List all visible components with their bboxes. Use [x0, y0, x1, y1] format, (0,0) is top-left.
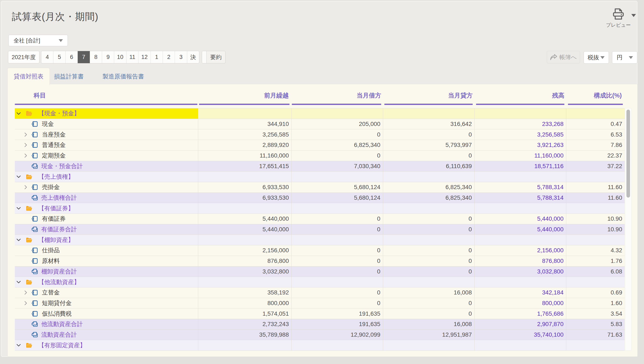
chevron-down-icon[interactable]: [16, 207, 21, 210]
column-header-ratio[interactable]: 構成比(%): [568, 92, 622, 99]
tab-manufacturing-cost[interactable]: 製造原価報告書: [92, 68, 155, 85]
balance-cell[interactable]: 2,156,000: [474, 245, 566, 256]
summary-toggle-button[interactable]: 要約: [202, 51, 226, 63]
balance-cell[interactable]: 876,800: [474, 256, 566, 266]
account-label[interactable]: 棚卸資産合計: [41, 268, 77, 276]
ratio-cell: [566, 235, 625, 245]
tab-profit-loss[interactable]: 損益計算書: [44, 68, 94, 85]
scrollbar-thumb[interactable]: [626, 110, 630, 198]
unit-value: 円: [617, 54, 622, 61]
chevron-right-icon[interactable]: [24, 132, 27, 137]
month-button-12[interactable]: 12: [138, 51, 150, 63]
tax-mode-select[interactable]: 税抜: [584, 51, 609, 64]
chevron-right-icon[interactable]: [24, 153, 27, 158]
account-label[interactable]: 【他流動資産】: [38, 278, 80, 286]
account-label[interactable]: 【有形固定資産】: [38, 341, 86, 349]
account-cell[interactable]: 【有形固定資産】: [15, 340, 198, 350]
account-cell[interactable]: 有価証券: [15, 214, 198, 224]
balance-cell[interactable]: 800,000: [474, 298, 566, 308]
account-cell[interactable]: 流動資産合計: [15, 330, 198, 340]
account-label[interactable]: 有価証券合計: [41, 225, 77, 233]
month-button-1[interactable]: 1: [150, 51, 163, 63]
account-cell[interactable]: 立替金: [15, 287, 198, 298]
month-button-9[interactable]: 9: [102, 51, 114, 63]
account-cell[interactable]: 【売上債権】: [15, 171, 198, 182]
balance-cell[interactable]: 5,440,000: [474, 224, 566, 235]
account-cell[interactable]: 定期預金: [15, 150, 198, 161]
column-header-balance[interactable]: 残高: [476, 92, 564, 99]
print-preview-button[interactable]: プレビュー: [604, 8, 633, 28]
account-cell[interactable]: 原材料: [15, 256, 198, 266]
chevron-right-icon[interactable]: [24, 185, 27, 189]
account-cell[interactable]: 【有価証券】: [15, 203, 198, 214]
balance-cell[interactable]: 233,268: [474, 119, 566, 129]
account-cell[interactable]: 現金: [15, 119, 198, 129]
tab-balance-sheet[interactable]: 貸借対照表: [8, 68, 50, 85]
chevron-right-icon[interactable]: [24, 290, 27, 295]
balance-cell[interactable]: 18,571,116: [474, 161, 566, 171]
table-row: 短期貸付金800,00000800,0001.60: [15, 298, 625, 309]
balance-cell[interactable]: 342,184: [474, 287, 566, 298]
balance-cell[interactable]: 35,740,100: [474, 330, 566, 340]
company-select[interactable]: 全社 [合計]: [8, 35, 68, 46]
account-cell[interactable]: 他流動資産合計: [15, 319, 198, 329]
account-cell[interactable]: 仕掛品: [15, 245, 198, 256]
account-label[interactable]: 【棚卸資産】: [38, 236, 74, 244]
account-label[interactable]: 他流動資産合計: [41, 320, 83, 328]
account-cell[interactable]: 【現金・預金】: [15, 108, 198, 119]
month-button-3[interactable]: 3: [175, 51, 187, 63]
account-label[interactable]: 売上債権合計: [41, 194, 77, 202]
chevron-down-icon[interactable]: [16, 239, 21, 241]
balance-cell[interactable]: 3,921,263: [474, 140, 566, 150]
balance-cell[interactable]: 11,160,000: [474, 150, 566, 161]
balance-cell[interactable]: 5,440,000: [474, 214, 566, 224]
account-cell[interactable]: 【他流動資産】: [15, 277, 198, 287]
account-cell[interactable]: 短期貸付金: [15, 298, 198, 308]
month-button-11[interactable]: 11: [126, 51, 138, 63]
account-cell[interactable]: 現金・預金合計: [15, 161, 198, 171]
chevron-right-icon[interactable]: [24, 301, 27, 305]
account-label[interactable]: 現金・預金合計: [41, 162, 83, 170]
month-button-10[interactable]: 10: [114, 51, 126, 63]
account-label[interactable]: 流動資産合計: [41, 331, 77, 339]
chevron-down-icon[interactable]: [16, 344, 21, 347]
account-cell[interactable]: 普通預金: [15, 140, 198, 150]
balance-cell[interactable]: 3,256,585: [474, 129, 566, 140]
account-cell[interactable]: 有価証券合計: [15, 224, 198, 235]
account-cell[interactable]: 棚卸資産合計: [15, 266, 198, 277]
balance-cell[interactable]: 2,907,870: [474, 319, 566, 329]
unit-select[interactable]: 円: [612, 51, 637, 64]
balance-cell[interactable]: 5,788,314: [474, 193, 566, 203]
prev-carryover-cell: 6,933,530: [198, 182, 292, 193]
to-ledger-button[interactable]: 帳簿へ: [547, 51, 580, 63]
account-cell[interactable]: 当座預金: [15, 129, 198, 140]
chevron-down-icon[interactable]: [16, 175, 21, 178]
column-header-month-debit[interactable]: 当月借方: [292, 92, 381, 99]
account-cell[interactable]: 仮払消費税: [15, 308, 198, 319]
month-button-4[interactable]: 4: [41, 51, 53, 63]
chevron-right-icon[interactable]: [24, 143, 27, 147]
month-button-6[interactable]: 6: [66, 51, 78, 63]
print-menu-caret-icon[interactable]: [631, 14, 636, 17]
chevron-down-icon[interactable]: [16, 112, 21, 115]
account-cell[interactable]: 売掛金: [15, 182, 198, 193]
balance-cell[interactable]: 1,765,686: [474, 308, 566, 319]
month-button-2[interactable]: 2: [163, 51, 175, 63]
vertical-scrollbar[interactable]: [625, 108, 632, 351]
chevron-down-icon[interactable]: [16, 281, 21, 283]
month-button-5[interactable]: 5: [53, 51, 65, 63]
account-label[interactable]: 【売上債権】: [38, 173, 74, 181]
balance-cell[interactable]: 5,788,314: [474, 182, 566, 193]
account-cell[interactable]: 【棚卸資産】: [15, 235, 198, 245]
fiscal-year-button[interactable]: 2021年度: [8, 51, 40, 63]
column-header-account[interactable]: 科目: [34, 92, 46, 99]
balance-cell[interactable]: 3,032,800: [474, 266, 566, 277]
month-button-8[interactable]: 8: [90, 51, 102, 63]
account-cell[interactable]: 売上債権合計: [15, 193, 198, 203]
month-button-決[interactable]: 決: [187, 51, 199, 63]
account-label[interactable]: 【有価証券】: [38, 204, 74, 213]
month-button-7[interactable]: 7: [78, 51, 90, 63]
column-header-prev-carryover[interactable]: 前月繰越: [199, 92, 289, 99]
column-header-month-credit[interactable]: 当月貸方: [384, 92, 473, 99]
account-label[interactable]: 【現金・預金】: [38, 109, 80, 117]
